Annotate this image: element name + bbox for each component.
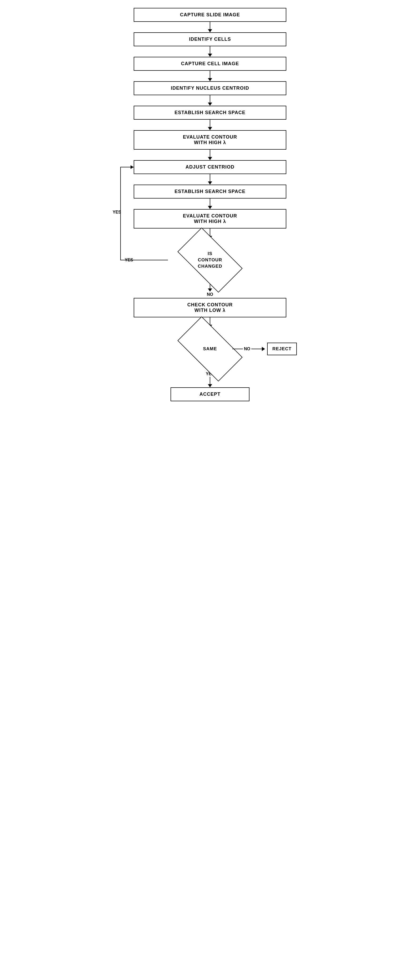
box-accept: ACCEPT bbox=[171, 387, 249, 401]
box-establish-search-2: ESTABLISH SEARCH SPACE bbox=[134, 185, 286, 199]
arrow-8 bbox=[205, 199, 215, 209]
box-evaluate-contour-1: EVALUATE CONTOUR WITH HIGH λ bbox=[134, 130, 286, 150]
arrow-7 bbox=[205, 174, 215, 185]
arrow-5 bbox=[205, 119, 215, 130]
yes-label: YES bbox=[125, 258, 133, 262]
box-capture-cell: CAPTURE CELL IMAGE bbox=[134, 57, 286, 71]
no-arrow-right: NO bbox=[232, 347, 265, 351]
box-reject: REJECT bbox=[267, 343, 297, 355]
box-identify-nucleus: IDENTIFY NUCLEUS CENTROID bbox=[134, 81, 286, 95]
box-capture-slide: CAPTURE SLIDE IMAGE bbox=[134, 8, 286, 22]
arrow-1 bbox=[205, 22, 215, 32]
box-check-contour: CHECK CONTOUR WITH LOW λ bbox=[134, 298, 286, 317]
flowchart: CAPTURE SLIDE IMAGE IDENTIFY CELLS CAPTU… bbox=[118, 8, 302, 401]
arrow-4 bbox=[205, 95, 215, 106]
box-establish-search-1: ESTABLISH SEARCH SPACE bbox=[134, 106, 286, 119]
diamond-contour-changed: IS CONTOUR CHANGED bbox=[168, 239, 252, 281]
no-label-1: NO bbox=[207, 292, 213, 297]
arrow-12 bbox=[205, 377, 215, 387]
box-evaluate-contour-2: EVALUATE CONTOUR WITH HIGH λ bbox=[134, 209, 286, 229]
no-label-2: NO bbox=[244, 347, 250, 351]
arrow-3 bbox=[205, 71, 215, 81]
box-identify-cells: IDENTIFY CELLS bbox=[134, 32, 286, 46]
box-adjust-centroid: ADJUST CENTRIOD bbox=[134, 160, 286, 174]
arrow-6 bbox=[205, 150, 215, 160]
arrow-2 bbox=[205, 46, 215, 57]
